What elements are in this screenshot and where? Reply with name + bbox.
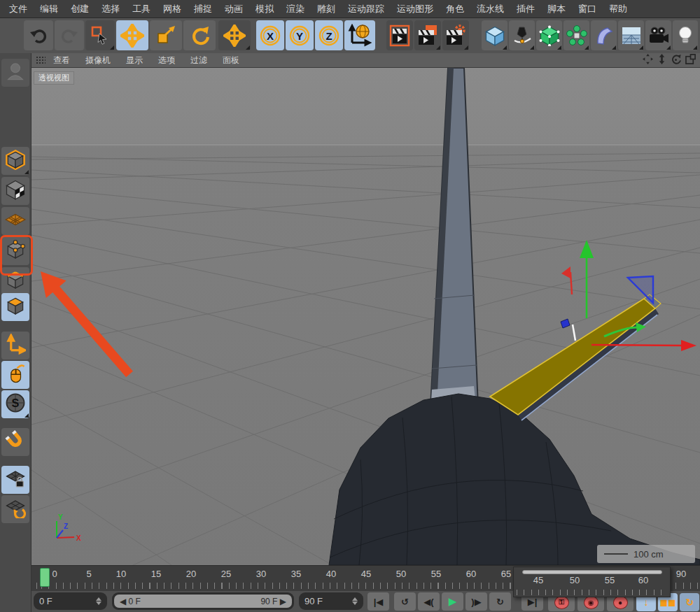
menu-file[interactable]: 文件 <box>3 3 34 15</box>
menu-bar: 文件 编辑 创建 选择 工具 网格 捕捉 动画 模拟 渲染 雕刻 运动跟踪 运动… <box>0 0 700 18</box>
menu-plugins[interactable]: 插件 <box>510 3 541 15</box>
toggle-panel-icon[interactable] <box>685 54 696 67</box>
record-rotation-button[interactable]: ↻ <box>680 593 699 611</box>
frame-label: 50 <box>396 569 406 579</box>
menu-render[interactable]: 渲染 <box>280 3 311 15</box>
stepper-up-icon[interactable] <box>96 597 102 601</box>
next-key-button[interactable]: ↻ <box>489 592 511 611</box>
menu-script[interactable]: 脚本 <box>541 3 572 15</box>
light-button[interactable] <box>673 20 698 50</box>
floating-timeline-panel[interactable]: 45 50 55 60 <box>513 567 671 597</box>
vp-menu-filter[interactable]: 过滤 <box>183 55 215 66</box>
menu-select[interactable]: 选择 <box>95 3 126 15</box>
gizmo-x-axis[interactable] <box>592 345 682 346</box>
subdivision-surface-button[interactable] <box>536 20 562 50</box>
vp-menu-panel[interactable]: 面板 <box>215 55 247 66</box>
redo-button[interactable] <box>55 20 84 50</box>
vp-menu-view[interactable]: 查看 <box>46 55 78 66</box>
texture-mode-button[interactable] <box>1 177 29 205</box>
perspective-viewport[interactable]: Y Z X 100 cm <box>31 68 700 565</box>
svg-text:Z: Z <box>326 30 332 42</box>
menu-character[interactable]: 角色 <box>440 3 470 15</box>
render-settings-button[interactable] <box>442 20 469 50</box>
magnet-snap-button[interactable] <box>1 428 29 456</box>
menu-sculpt[interactable]: 雕刻 <box>311 3 342 15</box>
frame-label: 65 <box>501 569 511 579</box>
menu-mesh[interactable]: 网格 <box>157 3 188 15</box>
submenu-corner <box>503 45 507 50</box>
make-editable-icon <box>5 149 26 173</box>
mini-ticks <box>517 590 666 595</box>
timeline-playhead[interactable] <box>40 568 50 587</box>
camera-icon <box>648 25 670 46</box>
make-editable-button[interactable] <box>1 147 29 175</box>
add-cube-button[interactable] <box>482 20 507 50</box>
menu-simulate[interactable]: 模拟 <box>249 3 280 15</box>
menu-edit[interactable]: 编辑 <box>34 3 64 15</box>
vp-menu-camera[interactable]: 摄像机 <box>78 55 118 66</box>
rotate-workplane-button[interactable] <box>1 495 29 523</box>
lock-x-axis-button[interactable]: X <box>256 20 284 50</box>
scale-indicator: 100 cm <box>597 545 695 563</box>
enable-axis-button[interactable] <box>1 332 29 360</box>
vp-menu-display[interactable]: 显示 <box>118 55 150 66</box>
deformer-button[interactable] <box>591 20 617 50</box>
rotate-view-icon[interactable] <box>671 54 681 67</box>
menu-motion-tracker[interactable]: 运动跟踪 <box>342 3 391 15</box>
rotate-icon <box>188 24 211 47</box>
model-mode-button[interactable] <box>1 59 29 87</box>
rotate-tool-button[interactable] <box>183 20 216 50</box>
menu-create[interactable]: 创建 <box>64 3 95 15</box>
mograph-cloner-icon <box>566 25 587 46</box>
render-view-button[interactable] <box>386 20 413 50</box>
mograph-button[interactable] <box>564 20 589 50</box>
stepper-down-icon[interactable] <box>96 602 102 605</box>
end-frame-field[interactable]: 90 F <box>299 592 363 610</box>
last-used-tool-button[interactable] <box>218 20 251 50</box>
current-frame-field[interactable]: 0 F <box>34 592 107 610</box>
render-picture-viewer-button[interactable] <box>414 20 441 50</box>
lock-z-axis-button[interactable]: Z <box>315 20 343 50</box>
view-mode-label[interactable]: 透视视图 <box>34 71 74 85</box>
previous-key-button[interactable]: ↺ <box>394 592 416 611</box>
submenu-corner <box>530 45 534 50</box>
floor-sky-button[interactable] <box>618 20 644 50</box>
lock-y-axis-button[interactable]: Y <box>286 20 314 50</box>
lock-workplane-button[interactable] <box>1 466 29 494</box>
camera-button[interactable] <box>645 20 671 50</box>
frame-stepper[interactable] <box>96 597 102 605</box>
mini-range-slider[interactable] <box>522 570 662 574</box>
pen-spline-button[interactable] <box>509 20 535 50</box>
polygons-mode-button[interactable] <box>1 293 29 321</box>
pan-view-icon[interactable] <box>643 54 653 67</box>
goto-start-button[interactable]: |◀ <box>368 592 389 611</box>
floor-grid-icon <box>621 25 642 46</box>
stepper-down-icon[interactable] <box>352 602 358 605</box>
preview-range-track[interactable]: ◀ 0 F 90 F ▶ <box>112 592 294 610</box>
preview-range-slider[interactable]: ◀ 0 F 90 F ▶ <box>114 595 292 608</box>
next-frame-button[interactable]: )▶ <box>465 592 487 611</box>
menu-help[interactable]: 帮助 <box>603 3 634 15</box>
scale-tool-button[interactable] <box>150 20 182 50</box>
move-tool-button[interactable] <box>116 20 148 50</box>
menu-snap[interactable]: 捕捉 <box>188 3 218 15</box>
snap-settings-button[interactable]: S <box>1 390 29 418</box>
menu-tools[interactable]: 工具 <box>126 3 157 15</box>
vp-menu-options[interactable]: 选项 <box>150 55 183 66</box>
menu-pipeline[interactable]: 流水线 <box>470 3 510 15</box>
live-selection-button[interactable] <box>85 20 115 50</box>
menu-mograph[interactable]: 运动图形 <box>391 3 440 15</box>
stepper-up-icon[interactable] <box>352 597 358 601</box>
grip-handle-icon[interactable] <box>36 56 46 64</box>
zoom-view-icon[interactable] <box>657 54 666 67</box>
menu-window[interactable]: 窗口 <box>572 3 603 15</box>
previous-frame-button[interactable]: ◀( <box>418 592 440 611</box>
menu-animate[interactable]: 动画 <box>218 3 249 15</box>
frame-stepper[interactable] <box>352 597 358 605</box>
workplane-mode-button[interactable] <box>1 207 29 235</box>
play-button[interactable]: ▶ <box>442 592 463 611</box>
coordinate-system-button[interactable] <box>344 20 375 50</box>
frame-label: 0 <box>52 569 57 579</box>
undo-button[interactable] <box>24 20 53 50</box>
tweak-mode-button[interactable] <box>1 361 29 389</box>
